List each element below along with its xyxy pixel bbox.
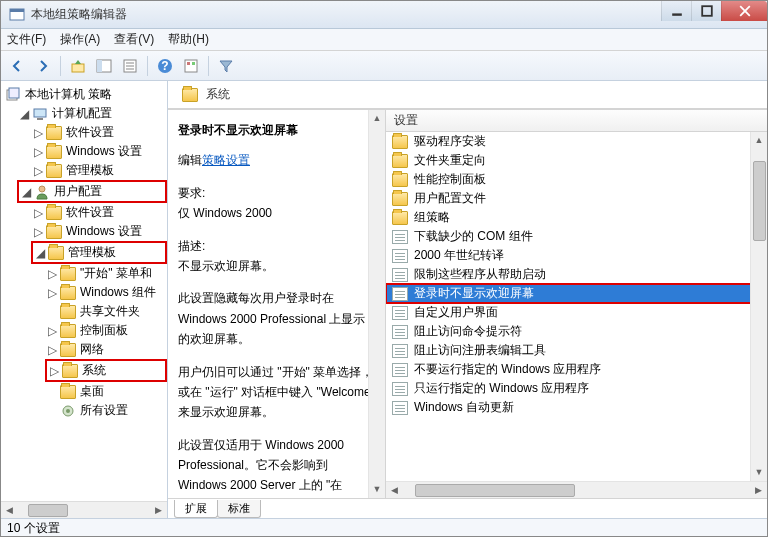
list-vertical-scrollbar[interactable]: ▲ ▼ [750, 132, 767, 481]
scroll-left-icon[interactable]: ◀ [3, 504, 16, 517]
menu-file[interactable]: 文件(F) [7, 31, 46, 48]
menu-view[interactable]: 查看(V) [114, 31, 154, 48]
tree-item[interactable]: ▷Windows 设置 [31, 142, 167, 161]
scroll-down-icon[interactable]: ▼ [753, 466, 766, 479]
tree-system[interactable]: ▷系统 [45, 359, 167, 382]
setting-icon [392, 268, 408, 282]
collapse-icon[interactable]: ◢ [35, 247, 46, 258]
tree-root[interactable]: 本地计算机 策略 [3, 85, 167, 104]
list-item-label: 不要运行指定的 Windows 应用程序 [414, 361, 601, 378]
list-item[interactable]: 自定义用户界面 [386, 303, 767, 322]
forward-button[interactable] [31, 54, 55, 78]
folder-icon [62, 364, 78, 378]
tree-item[interactable]: ▷控制面板 [45, 321, 167, 340]
menu-help[interactable]: 帮助(H) [168, 31, 209, 48]
expand-icon[interactable]: ▷ [47, 344, 58, 355]
scroll-left-icon[interactable]: ◀ [388, 484, 401, 497]
folder-icon [392, 135, 408, 149]
help-button[interactable]: ? [153, 54, 177, 78]
expand-icon[interactable]: ▷ [33, 127, 44, 138]
tree-item[interactable]: ▷网络 [45, 340, 167, 359]
toolbar: ? [1, 51, 767, 81]
edit-label: 编辑 [178, 153, 202, 167]
list-item[interactable]: 阻止访问命令提示符 [386, 322, 767, 341]
expand-icon[interactable]: ▷ [33, 146, 44, 157]
up-button[interactable] [66, 54, 90, 78]
list-item[interactable]: 下载缺少的 COM 组件 [386, 227, 767, 246]
tree-horizontal-scrollbar[interactable]: ◀ ▶ [1, 501, 167, 518]
collapse-icon[interactable]: ◢ [21, 186, 32, 197]
expand-icon[interactable]: ▷ [33, 207, 44, 218]
description-scrollbar[interactable]: ▲ ▼ [368, 110, 385, 498]
scroll-right-icon[interactable]: ▶ [152, 504, 165, 517]
list-column-header[interactable]: 设置 [386, 110, 767, 132]
list-item[interactable]: 限制这些程序从帮助启动 [386, 265, 767, 284]
list-item[interactable]: 2000 年世纪转译 [386, 246, 767, 265]
scroll-right-icon[interactable]: ▶ [752, 484, 765, 497]
tree-item[interactable]: ▷所有设置 [45, 401, 167, 420]
tab-extended[interactable]: 扩展 [174, 500, 218, 518]
scrollbar-thumb[interactable] [415, 484, 575, 497]
tree-item[interactable]: ▷管理模板 [31, 161, 167, 180]
list-item-label: 下载缺少的 COM 组件 [414, 228, 533, 245]
svg-point-24 [66, 409, 70, 413]
list-item[interactable]: 只运行指定的 Windows 应用程序 [386, 379, 767, 398]
req-value: 仅 Windows 2000 [178, 206, 272, 220]
options-button[interactable] [179, 54, 203, 78]
close-button[interactable] [721, 1, 767, 21]
list-item[interactable]: 阻止访问注册表编辑工具 [386, 341, 767, 360]
list-item[interactable]: 驱动程序安装 [386, 132, 767, 151]
tree-item[interactable]: ▷Windows 组件 [45, 283, 167, 302]
folder-icon [60, 343, 76, 357]
list-item-label: 自定义用户界面 [414, 304, 498, 321]
window-buttons [661, 1, 767, 21]
tree-item[interactable]: ▷软件设置 [31, 203, 167, 222]
tree-item[interactable]: ▷软件设置 [31, 123, 167, 142]
scrollbar-thumb[interactable] [753, 161, 766, 241]
list-item[interactable]: 登录时不显示欢迎屏幕 [386, 284, 767, 303]
expand-icon[interactable]: ▷ [47, 325, 58, 336]
filter-button[interactable] [214, 54, 238, 78]
back-button[interactable] [5, 54, 29, 78]
expand-icon[interactable]: ▷ [47, 287, 58, 298]
tree-label: 桌面 [80, 383, 104, 400]
list-item-label: 限制这些程序从帮助启动 [414, 266, 546, 283]
menu-action[interactable]: 操作(A) [60, 31, 100, 48]
list-item[interactable]: 用户配置文件 [386, 189, 767, 208]
expand-icon[interactable]: ▷ [47, 268, 58, 279]
properties-button[interactable] [118, 54, 142, 78]
list-item[interactable]: 组策略 [386, 208, 767, 227]
list-item[interactable]: 不要运行指定的 Windows 应用程序 [386, 360, 767, 379]
settings-icon [60, 403, 76, 419]
maximize-button[interactable] [691, 1, 721, 21]
tree-computer-config[interactable]: ◢ 计算机配置 [17, 104, 167, 123]
expand-icon[interactable]: ▷ [33, 226, 44, 237]
tree-item[interactable]: ▷"开始" 菜单和 [45, 264, 167, 283]
tree-item[interactable]: ▷桌面 [45, 382, 167, 401]
desc-para: 此设置隐藏每次用户登录时在 Windows 2000 Professional … [178, 288, 375, 349]
collapse-icon[interactable]: ◢ [19, 108, 30, 119]
scrollbar-track[interactable] [370, 125, 385, 483]
list-item-label: 驱动程序安装 [414, 133, 486, 150]
tree-user-config[interactable]: ◢ 用户配置 [17, 180, 167, 203]
tree-item[interactable]: ▷Windows 设置 [31, 222, 167, 241]
tree-admin-templates[interactable]: ◢管理模板 [31, 241, 167, 264]
show-hide-tree-button[interactable] [92, 54, 116, 78]
list-item[interactable]: Windows 自动更新 [386, 398, 767, 417]
tree-label: 用户配置 [54, 183, 102, 200]
list-item[interactable]: 性能控制面板 [386, 170, 767, 189]
expand-icon[interactable]: ▷ [49, 365, 60, 376]
policy-settings-link[interactable]: 策略设置 [202, 153, 250, 167]
expand-icon[interactable]: ▷ [33, 165, 44, 176]
tree-item[interactable]: ▷共享文件夹 [45, 302, 167, 321]
list-horizontal-scrollbar[interactable]: ◀ ▶ [386, 481, 767, 498]
list-item[interactable]: 文件夹重定向 [386, 151, 767, 170]
list-item-label: 组策略 [414, 209, 450, 226]
minimize-button[interactable] [661, 1, 691, 21]
scroll-down-icon[interactable]: ▼ [371, 483, 384, 496]
scroll-up-icon[interactable]: ▲ [753, 134, 766, 147]
tab-standard[interactable]: 标准 [217, 500, 261, 518]
scrollbar-thumb[interactable] [28, 504, 68, 517]
titlebar: 本地组策略编辑器 [1, 1, 767, 29]
scroll-up-icon[interactable]: ▲ [371, 112, 384, 125]
